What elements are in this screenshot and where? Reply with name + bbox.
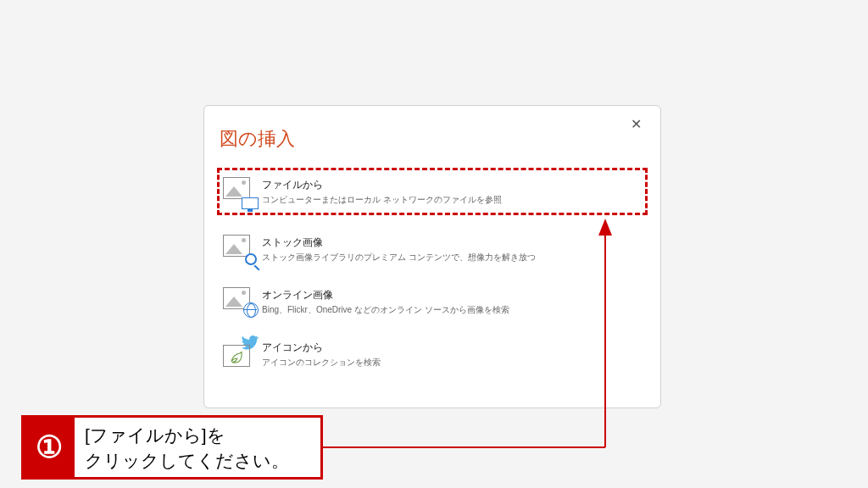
dialog-title: 図の挿入 [220,126,295,152]
option-from-file[interactable]: ファイルから コンピューターまたはローカル ネットワークのファイルを参照 [220,170,645,213]
option-title: ファイルから [262,178,502,192]
insert-picture-dialog: 図の挿入 ✕ ファイルから コンピューターまたはローカル ネットワークのファイル… [203,105,661,408]
option-online-pictures[interactable]: オンライン画像 Bing、Flickr、OneDrive などのオンライン ソー… [220,282,645,321]
dialog-header: 図の挿入 ✕ [220,118,645,152]
option-title: ストック画像 [262,236,536,250]
option-stock-images[interactable]: ストック画像 ストック画像ライブラリのプレミアム コンテンツで、想像力を解き放つ [220,230,645,269]
option-title: オンライン画像 [262,288,509,302]
callout-text: [ファイルから]を クリックしてください。 [75,418,299,477]
option-desc: ストック画像ライブラリのプレミアム コンテンツで、想像力を解き放つ [262,252,536,263]
option-from-icons[interactable]: アイコンから アイコンのコレクションを検索 [220,335,645,374]
picture-online-icon [223,287,257,316]
picture-stock-icon [223,235,257,263]
option-desc: アイコンのコレクションを検索 [262,357,381,369]
icons-icon [223,340,257,369]
insert-options-list: ファイルから コンピューターまたはローカル ネットワークのファイルを参照 ストッ… [220,170,645,374]
picture-file-icon [223,177,257,206]
close-button[interactable]: ✕ [627,118,645,131]
instruction-callout: ① [ファイルから]を クリックしてください。 [21,415,323,480]
option-title: アイコンから [262,341,381,355]
option-desc: コンピューターまたはローカル ネットワークのファイルを参照 [262,194,502,206]
option-desc: Bing、Flickr、OneDrive などのオンライン ソースから画像を検索 [262,304,509,316]
callout-number: ① [24,418,75,477]
